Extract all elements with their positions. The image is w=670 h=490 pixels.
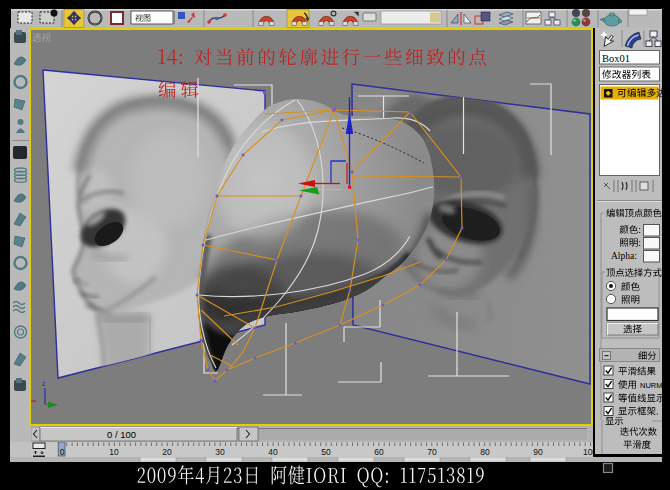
svg-text:20: 20 [162, 447, 172, 457]
svg-text:50: 50 [321, 447, 331, 457]
svg-text:70: 70 [427, 447, 437, 457]
svg-text:30: 30 [215, 447, 225, 457]
svg-text:40: 40 [268, 447, 278, 457]
svg-text:60: 60 [374, 447, 384, 457]
svg-text:80: 80 [480, 447, 490, 457]
svg-text:NURM: NURM [640, 381, 662, 390]
svg-text:0 / 100: 0 / 100 [107, 429, 136, 440]
svg-text:Box01: Box01 [602, 53, 630, 64]
svg-text:90: 90 [533, 447, 543, 457]
svg-text:10: 10 [109, 447, 119, 457]
svg-text:0: 0 [60, 447, 65, 457]
svg-text:100: 100 [583, 447, 593, 457]
svg-text:Alpha:: Alpha: [611, 251, 637, 261]
